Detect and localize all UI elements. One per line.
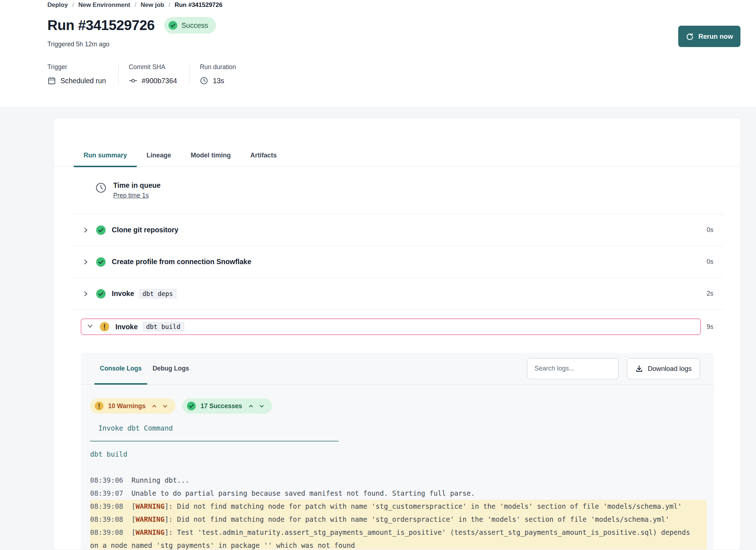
- step-row-create-profile[interactable]: Create profile from connection Snowflake…: [71, 246, 723, 278]
- breadcrumb-item-environment[interactable]: New Environment: [78, 1, 130, 9]
- meta-duration-value: 13s: [213, 77, 224, 85]
- meta-duration-label: Run duration: [200, 63, 236, 71]
- page-header: Deploy / New Environment / New job / Run…: [0, 0, 756, 107]
- rerun-now-button[interactable]: Rerun now: [678, 26, 740, 47]
- success-check-icon: [168, 21, 178, 30]
- step-duration: 0s: [707, 226, 713, 234]
- meta-trigger-value: Scheduled run: [60, 77, 106, 85]
- tab-model-timing[interactable]: Model timing: [181, 152, 241, 166]
- step-row-dbt-deps[interactable]: Invoke dbt deps 2s: [71, 278, 723, 310]
- chevron-right-icon[interactable]: [82, 290, 89, 297]
- step-row-clone-git[interactable]: Clone git repository 0s: [71, 214, 723, 246]
- content-area: Run summary Lineage Model timing Artifac…: [0, 118, 756, 550]
- step-label: Invoke: [112, 289, 134, 298]
- breadcrumb-item-run: Run #341529726: [175, 1, 222, 9]
- chevron-down-icon[interactable]: [86, 322, 94, 331]
- rerun-now-label: Rerun now: [698, 33, 733, 41]
- log-line: ────────────────────────────────────────…: [90, 435, 707, 448]
- download-icon: [635, 365, 643, 373]
- log-line: 08:39:07 Unable to do partial parsing be…: [90, 487, 707, 500]
- breadcrumb-separator: /: [169, 1, 170, 9]
- prep-time-link[interactable]: Prep time 1s: [113, 192, 149, 199]
- log-timestamp: 08:39:08: [90, 528, 123, 536]
- log-line: dbt build: [90, 448, 707, 461]
- step-command-pill: dbt build: [142, 322, 184, 332]
- log-line: 08:39:08 [WARNING]: Did not find matchin…: [90, 513, 707, 526]
- warning-icon: [94, 401, 104, 411]
- meta-commit-sha: Commit SHA #900b7364: [129, 63, 190, 85]
- console-log-output[interactable]: Invoke dbt Command──────────────────────…: [90, 422, 707, 549]
- meta-trigger: Trigger Scheduled run: [47, 63, 119, 85]
- next-warning-chevron-down-icon[interactable]: [162, 403, 168, 409]
- search-logs-input[interactable]: [527, 358, 619, 379]
- log-line: 08:39:08 [WARNING]: Test 'test.admin_mat…: [90, 526, 707, 549]
- log-timestamp: 08:39:08: [90, 502, 123, 510]
- meta-trigger-label: Trigger: [47, 63, 106, 71]
- page-title: Run #341529726: [47, 17, 155, 33]
- time-in-queue-section: Time in queue Prep time 1s: [71, 167, 723, 214]
- step-label: Invoke: [115, 323, 138, 331]
- step-label: Create profile from connection Snowflake: [112, 258, 251, 266]
- log-timestamp: 08:39:08: [90, 515, 123, 523]
- prev-warning-chevron-up-icon[interactable]: [151, 403, 157, 409]
- success-check-icon: [96, 257, 106, 267]
- log-line: 08:39:06 Running dbt...: [90, 474, 707, 487]
- step-dbt-build-selected[interactable]: Invoke dbt build: [81, 318, 701, 335]
- tab-run-summary[interactable]: Run summary: [74, 152, 137, 166]
- triggered-timestamp: Triggered 5h 12m ago: [47, 41, 756, 48]
- success-check-icon: [96, 225, 106, 235]
- warnings-badge[interactable]: 10 Warnings: [90, 398, 175, 414]
- download-logs-button[interactable]: Download logs: [627, 358, 700, 379]
- success-check-icon: [96, 289, 106, 299]
- step-duration: 2s: [707, 290, 713, 297]
- log-line: 08:39:08 [WARNING]: Did not find matchin…: [90, 500, 707, 513]
- run-meta-row: Trigger Scheduled run Commit SHA #900b73…: [47, 63, 756, 85]
- step-row-dbt-build: Invoke dbt build 9s: [71, 318, 723, 335]
- console-panel: Console Logs Debug Logs Download logs: [81, 353, 714, 549]
- tab-console-logs[interactable]: Console Logs: [94, 353, 147, 384]
- tab-lineage[interactable]: Lineage: [137, 152, 181, 166]
- run-tabs: Run summary Lineage Model timing Artifac…: [54, 118, 740, 167]
- warning-label: WARNING: [136, 528, 165, 536]
- step-label: Clone git repository: [112, 226, 178, 234]
- step-command-pill: dbt deps: [139, 289, 177, 299]
- queue-title: Time in queue: [113, 181, 161, 190]
- breadcrumb-separator: /: [135, 1, 136, 9]
- log-timestamp: 08:39:07: [90, 489, 123, 497]
- successes-badge[interactable]: 17 Successes: [182, 398, 272, 414]
- step-duration: 0s: [707, 258, 713, 266]
- warning-label: WARNING: [136, 502, 165, 510]
- step-duration: 9s: [707, 323, 713, 331]
- clock-icon: [200, 76, 208, 85]
- breadcrumb-separator: /: [72, 1, 74, 9]
- warnings-badge-label: 10 Warnings: [108, 402, 145, 410]
- chevron-right-icon[interactable]: [82, 258, 89, 266]
- status-badge: Success: [164, 17, 216, 34]
- refresh-icon: [686, 33, 694, 41]
- meta-commit-label: Commit SHA: [129, 63, 177, 71]
- successes-badge-label: 17 Successes: [200, 402, 242, 410]
- breadcrumb-item-deploy[interactable]: Deploy: [47, 1, 68, 9]
- download-logs-label: Download logs: [648, 365, 692, 373]
- warning-icon: [99, 322, 110, 332]
- breadcrumb: Deploy / New Environment / New job / Run…: [47, 1, 756, 9]
- log-line: [90, 461, 707, 474]
- chevron-right-icon[interactable]: [82, 227, 89, 234]
- meta-commit-value: #900b7364: [142, 77, 177, 85]
- log-timestamp: 08:39:06: [90, 476, 123, 484]
- tab-artifacts[interactable]: Artifacts: [241, 152, 286, 166]
- run-detail-card: Run summary Lineage Model timing Artifac…: [53, 118, 741, 550]
- log-tabs: Console Logs Debug Logs: [94, 353, 195, 384]
- prev-success-chevron-up-icon[interactable]: [248, 403, 254, 409]
- calendar-icon: [47, 76, 56, 85]
- status-badge-label: Success: [182, 21, 208, 30]
- success-check-icon: [187, 401, 196, 411]
- log-line: Invoke dbt Command: [90, 422, 707, 435]
- next-success-chevron-down-icon[interactable]: [259, 403, 265, 409]
- breadcrumb-item-job[interactable]: New job: [141, 1, 164, 9]
- commit-icon: [129, 76, 137, 85]
- meta-run-duration: Run duration 13s: [200, 63, 248, 85]
- warning-label: WARNING: [136, 515, 165, 523]
- tab-debug-logs[interactable]: Debug Logs: [147, 353, 195, 384]
- queue-clock-icon: [95, 182, 107, 199]
